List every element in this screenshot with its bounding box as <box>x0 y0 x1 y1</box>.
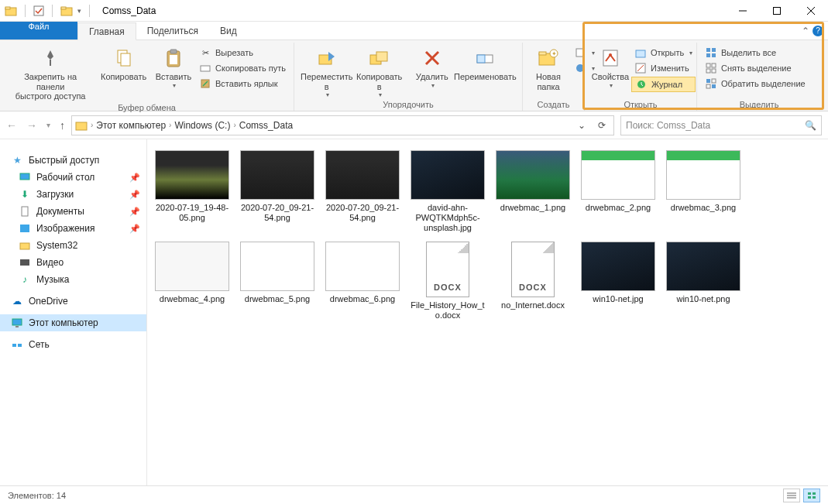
group-open: Свойства▾ Открыть▾ Изменить Журнал Откры… <box>585 43 697 111</box>
new-folder-button[interactable]: ✦ Новаяпапка <box>527 44 569 93</box>
open-button[interactable]: Открыть▾ <box>631 46 696 60</box>
item-count-label: Элементов: <box>8 491 54 500</box>
file-item[interactable]: drwebmac_1.png <box>494 150 572 234</box>
tab-view[interactable]: Вид <box>209 22 248 39</box>
svg-rect-45 <box>712 79 716 83</box>
ribbon-collapse-icon[interactable]: ⌃ <box>802 26 809 36</box>
history-dropdown-icon[interactable]: ⌄ <box>573 120 590 131</box>
pin-icon: 📌 <box>129 224 140 234</box>
search-placeholder: Поиск: Comss_Data <box>626 120 800 131</box>
separator <box>25 5 26 17</box>
move-to-button[interactable]: Переместитьв ▾ <box>299 44 355 100</box>
nav-network[interactable]: Сеть <box>0 336 146 353</box>
svg-rect-6 <box>774 7 781 14</box>
history-button[interactable]: Журнал <box>631 77 696 92</box>
minimize-button[interactable] <box>726 0 760 22</box>
svg-point-29 <box>576 64 584 72</box>
copy-to-button[interactable]: Копироватьв ▾ <box>355 44 404 100</box>
nav-video[interactable]: Видео <box>0 254 146 271</box>
file-item[interactable]: win10-net.jpg <box>579 242 657 321</box>
file-item[interactable]: no_Internet.docx <box>494 242 572 321</box>
svg-rect-30 <box>603 50 617 66</box>
back-button[interactable]: ← <box>6 119 17 132</box>
select-all-button[interactable]: Выделить все <box>702 46 809 60</box>
file-item[interactable]: david-ahn-PWQTKMdph5c-unsplash.jpg <box>409 150 486 234</box>
help-icon[interactable]: ? <box>813 26 823 36</box>
file-item[interactable]: drwebmac_4.png <box>153 242 231 321</box>
copy-path-button[interactable]: Скопировать путь <box>196 61 289 75</box>
file-item[interactable]: win10-net.png <box>665 242 742 321</box>
video-icon <box>19 256 31 269</box>
file-name: File_History_How_to.docx <box>409 300 486 321</box>
file-item[interactable]: drwebmac_3.png <box>665 150 742 234</box>
status-bar: Элементов: 14 <box>0 485 828 504</box>
properties-button[interactable]: Свойства▾ <box>589 44 631 91</box>
forward-button[interactable]: → <box>26 119 37 132</box>
scissors-icon: ✂ <box>199 46 211 59</box>
svg-rect-49 <box>20 173 29 180</box>
nav-documents[interactable]: Документы📌 <box>0 203 146 220</box>
nav-onedrive[interactable]: ☁OneDrive <box>0 293 146 310</box>
nav-this-pc[interactable]: Этот компьютер <box>0 314 146 331</box>
file-item[interactable]: File_History_How_to.docx <box>409 242 486 321</box>
svg-rect-11 <box>121 53 130 66</box>
crumb-folder[interactable]: Comss_Data <box>239 120 293 131</box>
pin-quick-access-button[interactable]: Закрепить на панелибыстрого доступа <box>5 44 96 103</box>
copy-button[interactable]: Копировать <box>96 44 151 84</box>
file-thumbnail <box>155 150 229 200</box>
nav-pictures[interactable]: Изображения📌 <box>0 220 146 237</box>
paste-shortcut-button[interactable]: Вставить ярлык <box>196 77 289 91</box>
tab-file[interactable]: Файл <box>0 22 77 39</box>
file-item[interactable]: drwebmac_6.png <box>324 242 401 321</box>
group-clipboard: Закрепить на панелибыстрого доступа Копи… <box>0 43 294 111</box>
file-item[interactable]: drwebmac_5.png <box>239 242 316 321</box>
crumb-drive[interactable]: Windows (C:)› <box>174 120 235 131</box>
paste-button[interactable]: Вставить▾ <box>151 44 196 91</box>
crumb-pc[interactable]: Этот компьютер› <box>96 120 171 131</box>
maximize-button[interactable] <box>760 0 794 22</box>
edit-button[interactable]: Изменить <box>631 61 696 75</box>
file-item[interactable]: 2020-07-20_09-21-54.png <box>324 150 401 234</box>
refresh-icon[interactable]: ⟳ <box>593 120 610 131</box>
file-item[interactable]: drwebmac_2.png <box>579 150 657 234</box>
close-button[interactable] <box>794 0 828 22</box>
svg-rect-62 <box>813 492 816 495</box>
cut-button[interactable]: ✂Вырезать <box>196 46 289 60</box>
invert-selection-button[interactable]: Обратить выделение <box>702 77 809 91</box>
select-none-button[interactable]: Снять выделение <box>702 61 809 75</box>
qat-dropdown-icon[interactable]: ▾ <box>77 7 81 15</box>
thumbnails-view-button[interactable] <box>803 489 820 502</box>
file-item[interactable]: 2020-07-20_09-21-54.png <box>239 150 316 234</box>
rename-button[interactable]: Переименовать <box>453 44 517 84</box>
file-name: drwebmac_5.png <box>245 294 310 304</box>
nav-desktop[interactable]: Рабочий стол📌 <box>0 169 146 186</box>
delete-icon <box>420 46 445 70</box>
svg-rect-39 <box>712 53 716 57</box>
svg-rect-56 <box>12 344 16 347</box>
file-thumbnail <box>511 242 555 297</box>
nav-music[interactable]: ♪Музыка <box>0 271 146 288</box>
file-name: win10-net.jpg <box>593 294 643 304</box>
details-view-button[interactable] <box>783 489 800 502</box>
file-name: drwebmac_2.png <box>586 203 651 213</box>
nav-quick-access[interactable]: ★Быстрый доступ <box>0 152 146 169</box>
file-item[interactable]: 2020-07-19_19-48-05.png <box>153 150 231 234</box>
tab-share[interactable]: Поделиться <box>136 22 209 39</box>
file-thumbnail <box>411 150 485 200</box>
recent-dropdown[interactable]: ▾ <box>46 121 50 129</box>
qat-checkbox-icon[interactable] <box>33 5 44 16</box>
search-box[interactable]: Поиск: Comss_Data 🔍 <box>620 115 822 135</box>
svg-rect-53 <box>20 259 29 266</box>
file-name: drwebmac_3.png <box>671 203 736 213</box>
file-view[interactable]: 2020-07-19_19-48-05.png2020-07-20_09-21-… <box>147 139 828 485</box>
svg-rect-51 <box>20 225 29 232</box>
file-name: 2020-07-20_09-21-54.png <box>324 203 401 223</box>
delete-button[interactable]: Удалить▾ <box>411 44 453 91</box>
nav-downloads[interactable]: ⬇Загрузки📌 <box>0 186 146 203</box>
svg-rect-57 <box>18 344 22 347</box>
up-button[interactable]: ↑ <box>60 119 65 132</box>
address-bar[interactable]: › Этот компьютер› Windows (C:)› Comss_Da… <box>71 115 614 135</box>
svg-rect-47 <box>712 84 716 88</box>
nav-system32[interactable]: System32 <box>0 237 146 254</box>
tab-home[interactable]: Главная <box>77 22 136 40</box>
